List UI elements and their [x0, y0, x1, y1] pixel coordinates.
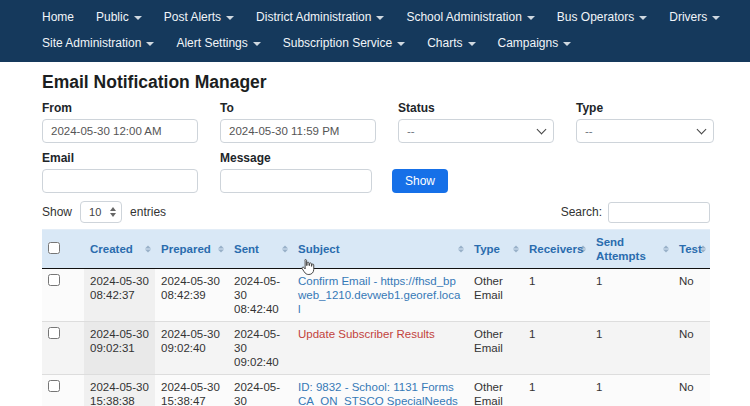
column-header-label: Send Attempts — [596, 236, 646, 262]
nav-item-public[interactable]: Public — [96, 10, 142, 24]
page-length-control: Show 10 entries — [42, 201, 166, 223]
nav-item-drivers[interactable]: Drivers — [669, 10, 720, 24]
status-label: Status — [398, 101, 554, 115]
subject-link-hovered[interactable]: Update Subscriber Results — [298, 328, 435, 340]
nav-item-school-administration[interactable]: School Administration — [406, 10, 534, 24]
column-header-type[interactable]: Type — [468, 230, 523, 269]
nav-item-label: Home — [42, 10, 74, 24]
test-cell: No — [673, 375, 710, 406]
sort-arrows-icon — [663, 246, 669, 253]
chevron-down-icon — [527, 16, 535, 20]
column-header-label: Prepared — [161, 243, 211, 255]
nav-item-district-administration[interactable]: District Administration — [256, 10, 384, 24]
to-label: To — [220, 101, 376, 115]
type-select[interactable]: -- — [576, 119, 714, 143]
select-all-header — [42, 230, 84, 269]
subject-link[interactable]: Confirm Email - https://fhsd_bpweb_1210.… — [298, 275, 460, 315]
to-field-group: To — [220, 101, 376, 143]
row-checkbox[interactable] — [48, 274, 60, 286]
message-field-group: Message — [220, 151, 372, 193]
nav-item-label: Post Alerts — [164, 10, 221, 24]
nav-item-bus-operators[interactable]: Bus Operators — [557, 10, 647, 24]
search-control: Search: — [561, 202, 710, 223]
nav-item-alert-settings[interactable]: Alert Settings — [176, 36, 260, 50]
email-label: Email — [42, 151, 198, 165]
navbar-row-2: Site Administration Alert Settings Subsc… — [42, 32, 708, 54]
subject-link[interactable]: ID: 9832 - School: 1131 Forms CA_ON_STSC… — [298, 381, 460, 406]
nav-item-label: Alert Settings — [176, 36, 247, 50]
to-input[interactable] — [220, 119, 376, 143]
nav-item-label: Public — [96, 10, 129, 24]
column-header-label: Sent — [234, 243, 259, 255]
page-size-select[interactable]: 10 — [80, 201, 122, 223]
nav-item-charts[interactable]: Charts — [427, 36, 475, 50]
row-checkbox[interactable] — [48, 380, 60, 392]
column-header-created[interactable]: Created — [84, 230, 155, 269]
type-cell: Other Email — [468, 269, 523, 322]
column-header-label: Created — [90, 243, 133, 255]
status-field-group: Status -- — [398, 101, 554, 143]
search-input[interactable] — [608, 202, 710, 223]
email-input[interactable] — [42, 169, 198, 193]
nav-item-label: Charts — [427, 36, 462, 50]
created-cell: 2024-05-30 15:38:38 — [84, 375, 155, 406]
nav-item-subscription-service[interactable]: Subscription Service — [283, 36, 405, 50]
page-title: Email Notification Manager — [42, 72, 710, 93]
column-header-subject[interactable]: Subject — [292, 230, 468, 269]
chevron-down-icon — [226, 16, 234, 20]
nav-item-post-alerts[interactable]: Post Alerts — [164, 10, 234, 24]
entries-label: entries — [130, 205, 166, 219]
select-all-checkbox[interactable] — [48, 242, 60, 254]
prepared-cell: 2024-05-30 15:38:47 — [155, 375, 228, 406]
nav-item-campaigns[interactable]: Campaigns — [498, 36, 572, 50]
receivers-cell: 1 — [523, 322, 590, 375]
status-select[interactable]: -- — [398, 119, 554, 143]
column-header-prepared[interactable]: Prepared — [155, 230, 228, 269]
filter-row-2: Email Message Show — [42, 151, 710, 193]
nav-item-label: Campaigns — [498, 36, 559, 50]
chevron-down-icon — [397, 42, 405, 46]
table-controls: Show 10 entries Search: — [42, 201, 710, 223]
column-header-sent[interactable]: Sent — [228, 230, 292, 269]
send-attempts-cell: 1 — [590, 375, 673, 406]
sort-arrows-icon — [700, 246, 706, 253]
page-size-value: 10 — [89, 206, 101, 218]
row-select-cell — [42, 322, 84, 375]
from-label: From — [42, 101, 198, 115]
table-row: 2024-05-30 09:02:31 2024-05-30 09:02:40 … — [42, 322, 710, 375]
from-input[interactable] — [42, 119, 198, 143]
nav-item-site-administration[interactable]: Site Administration — [42, 36, 154, 50]
type-selected-value: -- — [585, 125, 593, 137]
created-cell: 2024-05-30 08:42:37 — [84, 269, 155, 322]
test-cell: No — [673, 322, 710, 375]
type-cell: Other Email — [468, 322, 523, 375]
message-input[interactable] — [220, 169, 372, 193]
test-cell: No — [673, 269, 710, 322]
sort-arrows-icon — [218, 246, 224, 253]
nav-item-label: District Administration — [256, 10, 371, 24]
column-header-send-attempts[interactable]: Send Attempts — [590, 230, 673, 269]
row-select-cell — [42, 269, 84, 322]
prepared-cell: 2024-05-30 09:02:40 — [155, 322, 228, 375]
receivers-cell: 1 — [523, 269, 590, 322]
show-button[interactable]: Show — [392, 169, 448, 193]
nav-item-label: Drivers — [669, 10, 707, 24]
up-down-arrows-icon — [110, 207, 116, 217]
column-header-receivers[interactable]: Receivers — [523, 230, 590, 269]
sent-cell: 2024-05-30 09:02:40 — [228, 322, 292, 375]
show-entries-label: Show — [42, 205, 72, 219]
email-notifications-table: Created Prepared Sent Subject Type Recei… — [42, 229, 710, 406]
nav-item-home[interactable]: Home — [42, 10, 74, 24]
chevron-down-icon — [639, 16, 647, 20]
row-select-cell — [42, 375, 84, 406]
column-header-label: Type — [474, 243, 500, 255]
row-checkbox[interactable] — [48, 327, 60, 339]
table-row: 2024-05-30 08:42:37 2024-05-30 08:42:39 … — [42, 269, 710, 322]
type-field-group: Type -- — [576, 101, 714, 143]
sort-arrows-icon — [458, 246, 464, 253]
column-header-test[interactable]: Test — [673, 230, 710, 269]
table-header-row: Created Prepared Sent Subject Type Recei… — [42, 230, 710, 269]
subject-cell: ID: 9832 - School: 1131 Forms CA_ON_STSC… — [292, 375, 468, 406]
chevron-down-icon — [376, 16, 384, 20]
chevron-down-icon — [712, 16, 720, 20]
